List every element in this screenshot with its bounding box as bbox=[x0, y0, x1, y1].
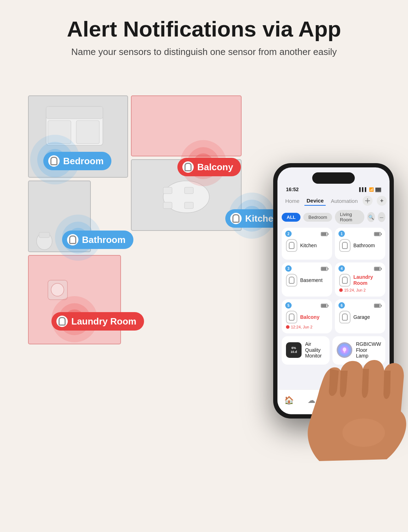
app-nav: Home Device Automation + bbox=[277, 194, 390, 208]
card-icon-row-kitchen: Kitchen bbox=[286, 239, 328, 252]
battery-icon-kitchen bbox=[321, 232, 329, 236]
card-number-laundry: 4 bbox=[338, 265, 345, 272]
svg-rect-12 bbox=[163, 187, 172, 194]
svg-rect-28 bbox=[375, 233, 380, 235]
svg-rect-14 bbox=[163, 202, 172, 209]
battery-icon-laundry bbox=[374, 267, 382, 271]
more-icon: ··· bbox=[380, 215, 384, 220]
svg-rect-15 bbox=[184, 202, 193, 209]
device-card-laundry[interactable]: 4 Laundry Room 15:24, J bbox=[335, 262, 385, 297]
svg-rect-25 bbox=[321, 233, 326, 235]
device-icon-bathroom bbox=[339, 239, 351, 252]
svg-rect-31 bbox=[321, 267, 326, 270]
device-icon-kitchen bbox=[286, 239, 297, 252]
filter-more-button[interactable]: ··· bbox=[378, 212, 385, 222]
device-grid: 2 Kitchen 1 bbox=[277, 226, 390, 335]
card-number-kitchen: 2 bbox=[285, 231, 292, 237]
device-icon-laundry bbox=[339, 274, 351, 287]
filter-bedroom[interactable]: Bedroom bbox=[303, 213, 332, 222]
svg-rect-29 bbox=[381, 233, 382, 235]
card-battery-laundry bbox=[374, 266, 382, 272]
bottom-nav-home[interactable]: 🏠 bbox=[284, 396, 294, 405]
alert-time-laundry: 15:24, Jun 2 bbox=[344, 288, 366, 292]
nav-automation[interactable]: Automation bbox=[329, 196, 360, 205]
signal-icon: ▌▌▌ bbox=[359, 187, 368, 192]
sensor-icon-laundry bbox=[56, 316, 68, 327]
nav-add-button[interactable]: + bbox=[377, 196, 387, 206]
nav-home[interactable]: Home bbox=[283, 196, 302, 205]
card-number-garage: 6 bbox=[338, 302, 345, 309]
svg-rect-41 bbox=[381, 305, 382, 307]
sensor-icon-kitchen bbox=[230, 213, 242, 224]
sensor-icon-bathroom bbox=[67, 234, 78, 245]
battery-icon-basement bbox=[321, 267, 329, 271]
card-name-kitchen: Kitchen bbox=[300, 243, 317, 249]
device-card-bathroom[interactable]: 1 Bathroom bbox=[335, 228, 385, 260]
svg-rect-37 bbox=[321, 304, 326, 307]
sensor-label-bathroom: Bathroom bbox=[62, 231, 133, 249]
battery-icon-balcony bbox=[321, 304, 329, 308]
card-icon-row-bathroom: Bathroom bbox=[339, 239, 381, 252]
card-number-basement: 3 bbox=[285, 265, 292, 272]
svg-rect-13 bbox=[184, 187, 193, 194]
status-icons: ▌▌▌ 📶 ▓▓ bbox=[359, 187, 381, 192]
wifi-icon: 📶 bbox=[369, 187, 374, 192]
card-icon-row-basement: Basement bbox=[286, 274, 328, 287]
status-time: 16:52 bbox=[286, 187, 299, 192]
card-icon-row-laundry: Laundry Room bbox=[339, 274, 381, 287]
card-battery-basement bbox=[321, 266, 329, 272]
page-title: Alert Notifications via App bbox=[35, 17, 373, 41]
nav-hub-button[interactable] bbox=[363, 196, 373, 206]
search-icon: 🔍 bbox=[368, 215, 374, 220]
sensor-icon-balcony bbox=[182, 161, 194, 173]
device-card-kitchen[interactable]: 2 Kitchen bbox=[282, 228, 332, 260]
svg-rect-26 bbox=[328, 233, 329, 235]
alert-dot-laundry bbox=[339, 288, 343, 292]
aq-icon-text: 6%10.d bbox=[291, 346, 297, 354]
card-battery-kitchen bbox=[321, 231, 329, 238]
filter-search-button[interactable]: 🔍 bbox=[367, 212, 375, 222]
filter-living[interactable]: Living Room bbox=[335, 210, 364, 224]
home-icon: 🏠 bbox=[284, 396, 294, 405]
battery-icon-garage bbox=[374, 304, 382, 308]
device-icon-balcony bbox=[286, 311, 297, 323]
page-header: Alert Notifications via App Name your se… bbox=[0, 0, 408, 69]
card-battery-garage bbox=[374, 303, 382, 309]
filter-tabs: ALL Bedroom Living Room 🔍 ··· bbox=[277, 208, 390, 226]
hand-placeholder bbox=[298, 319, 408, 461]
svg-rect-35 bbox=[381, 268, 382, 270]
card-name-basement: Basement bbox=[300, 277, 322, 283]
phone-wrapper: 16:52 ▌▌▌ 📶 ▓▓ Home Device Automation bbox=[266, 163, 401, 440]
nav-icons: + bbox=[363, 196, 387, 206]
svg-rect-32 bbox=[328, 268, 329, 270]
page-subtitle: Name your sensors to distinguish one sen… bbox=[35, 45, 373, 58]
floor-plan: Bedroom Balcony Kitchen Bathroom Laundry… bbox=[25, 92, 245, 355]
sensor-icon-bedroom bbox=[48, 155, 60, 167]
svg-point-19 bbox=[367, 200, 368, 201]
battery-icon-bathroom bbox=[374, 232, 382, 236]
svg-rect-38 bbox=[328, 305, 329, 307]
sensor-label-bedroom: Bedroom bbox=[43, 152, 111, 170]
alert-dot-balcony bbox=[286, 325, 290, 329]
svg-rect-34 bbox=[375, 267, 380, 270]
status-bar: 16:52 ▌▌▌ 📶 ▓▓ bbox=[277, 184, 390, 194]
plus-icon: + bbox=[380, 198, 384, 204]
card-name-bathroom: Bathroom bbox=[353, 243, 375, 249]
svg-rect-40 bbox=[375, 304, 380, 307]
svg-rect-2 bbox=[46, 106, 103, 119]
card-alert-time-laundry: 15:24, Jun 2 bbox=[339, 288, 381, 292]
sensor-label-laundry: Laundry Room bbox=[51, 312, 144, 331]
card-battery-balcony bbox=[321, 303, 329, 309]
floor-plan-area: Bedroom Balcony Kitchen Bathroom Laundry… bbox=[11, 78, 259, 369]
svg-point-44 bbox=[342, 419, 385, 447]
card-battery-bathroom bbox=[374, 231, 382, 238]
battery-icon: ▓▓ bbox=[375, 187, 381, 192]
filter-all[interactable]: ALL bbox=[282, 213, 301, 222]
device-icon-basement bbox=[286, 274, 297, 287]
nav-device[interactable]: Device bbox=[304, 196, 326, 206]
svg-rect-4 bbox=[76, 121, 99, 144]
svg-rect-7 bbox=[39, 232, 50, 238]
hand-svg bbox=[298, 319, 408, 461]
device-card-basement[interactable]: 3 Basement bbox=[282, 262, 332, 297]
svg-point-18 bbox=[51, 283, 64, 296]
